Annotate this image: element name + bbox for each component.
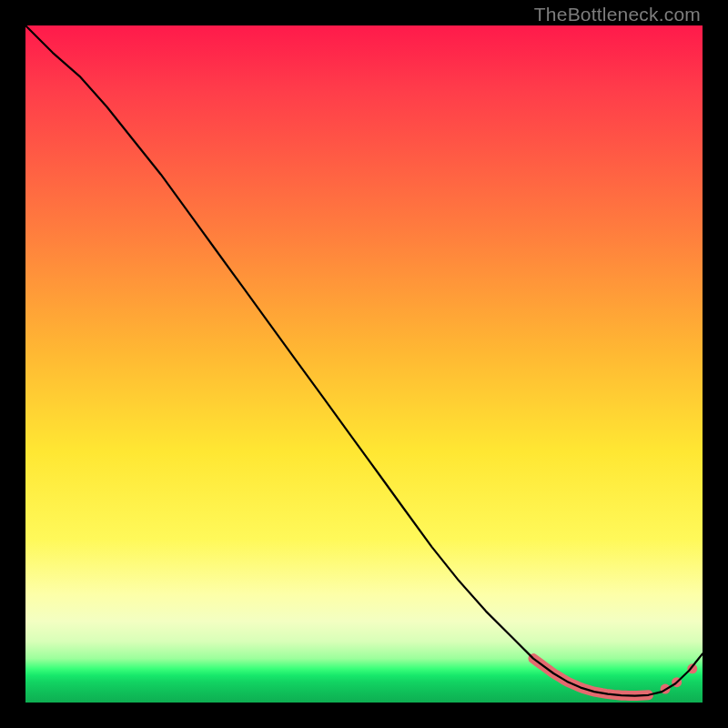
watermark-text: TheBottleneck.com <box>534 4 701 25</box>
chart-svg <box>25 25 703 703</box>
bottleneck-curve <box>25 25 703 696</box>
